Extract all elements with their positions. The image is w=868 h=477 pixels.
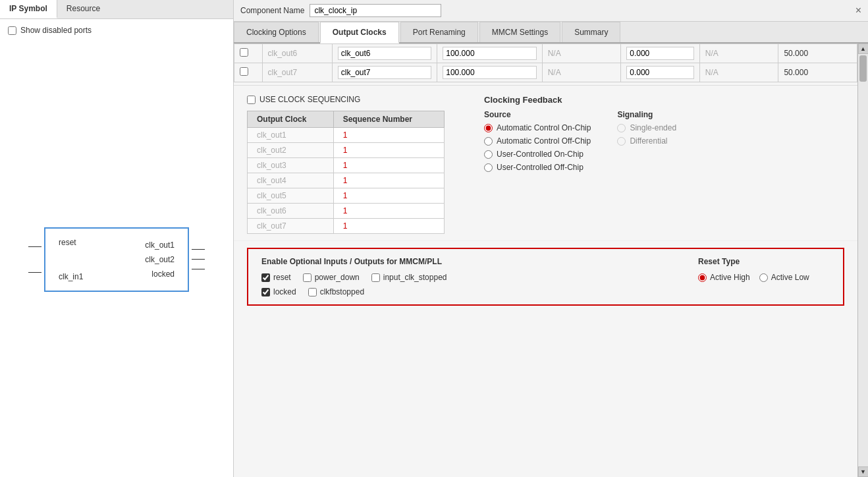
cf-signaling-col: Signaling Single-ended Differential <box>617 110 676 172</box>
enable-right: Reset Type Active High Active Low <box>698 257 830 296</box>
divider1 <box>234 85 857 86</box>
power-down-checkbox[interactable] <box>303 273 312 282</box>
clkout7-duty-na: N/A <box>699 63 778 82</box>
seq-header-num: Sequence Number <box>333 111 444 128</box>
reset-low-label: Active Low <box>771 273 809 282</box>
close-button[interactable]: × <box>855 5 861 16</box>
ip-block: reset clk_in1 clk_out1 clk_out2 locked <box>44 227 189 292</box>
tab-mmcm-settings[interactable]: MMCM Settings <box>479 22 560 42</box>
tab-resource[interactable]: Resource <box>57 0 109 18</box>
clkout7-freq-input[interactable] <box>443 66 536 79</box>
scroll-thumb[interactable] <box>859 55 867 82</box>
cf-sig-radio-differential[interactable] <box>617 137 626 146</box>
locked-checkbox[interactable] <box>261 288 270 296</box>
input-clk-stopped-checkbox[interactable] <box>371 273 380 282</box>
component-name-input[interactable] <box>310 4 441 17</box>
clkout6-duty-input[interactable] <box>626 47 694 60</box>
seq-row-3: clk_out4 1 <box>248 173 445 188</box>
clkout6-name-input[interactable] <box>338 47 431 60</box>
clkfbstopped-checkbox[interactable] <box>308 288 317 296</box>
clkout1-port-label: clk_out1 <box>145 240 175 250</box>
reset-wire-left <box>28 246 41 247</box>
left-panel: IP Symbol Resource Show disabled ports r… <box>0 0 234 477</box>
content-inner: clk_out6 N/A N/A 50.000 clk_out7 N/A <box>234 43 857 477</box>
clkout7-checkbox[interactable] <box>240 67 248 76</box>
tab-port-renaming[interactable]: Port Renaming <box>400 22 478 42</box>
table-row-clkout6: clk_out6 N/A N/A 50.000 <box>234 44 857 63</box>
enable-row-0: reset power_down input_clk_stopped <box>261 273 659 282</box>
reset-high-radio[interactable] <box>698 273 707 282</box>
seq-row-0: clk_out1 1 <box>248 128 445 143</box>
seq-num-1: 1 <box>333 143 444 158</box>
clock-seq-section: USE CLOCK SEQUENCING Output Clock Sequen… <box>234 88 857 241</box>
cf-option-user-on-chip: User-Controlled On-Chip <box>484 150 591 159</box>
reset-checkbox[interactable] <box>261 273 270 282</box>
enable-title: Enable Optional Inputs / Outputs for MMC… <box>261 257 659 266</box>
cf-auto-on-chip-label: Automatic Control On-Chip <box>497 123 591 132</box>
use-clock-seq-label: USE CLOCK SEQUENCING <box>259 95 360 104</box>
tab-output-clocks[interactable]: Output Clocks <box>320 22 399 43</box>
tab-summary[interactable]: Summary <box>562 22 620 42</box>
seq-num-5: 1 <box>333 204 444 219</box>
seq-num-2: 1 <box>333 158 444 173</box>
enable-section: Enable Optional Inputs / Outputs for MMC… <box>247 248 844 306</box>
tab-ip-symbol[interactable]: IP Symbol <box>0 0 57 18</box>
seq-clock-0: clk_out1 <box>248 128 334 143</box>
enable-input-clk-stopped: input_clk_stopped <box>371 273 447 282</box>
seq-clock-1: clk_out2 <box>248 143 334 158</box>
cf-sig-differential: Differential <box>617 136 676 146</box>
cf-options: Automatic Control On-Chip Automatic Cont… <box>484 123 591 172</box>
scroll-up-button[interactable]: ▲ <box>858 43 869 54</box>
clkout2-port-label: clk_out2 <box>145 255 175 264</box>
left-tabs: IP Symbol Resource <box>0 0 233 19</box>
enable-locked: locked <box>261 287 296 296</box>
cf-radio-auto-on-chip[interactable] <box>484 124 493 132</box>
enable-left: Enable Optional Inputs / Outputs for MMC… <box>261 257 659 296</box>
seq-num-3: 1 <box>333 173 444 188</box>
tabs-bar: Clocking Options Output Clocks Port Rena… <box>234 22 868 43</box>
tab-clocking-options[interactable]: Clocking Options <box>234 22 319 42</box>
clkout1-wire-right <box>192 249 205 250</box>
clkout6-freq-input[interactable] <box>443 47 536 60</box>
show-disabled-label: Show disabled ports <box>20 26 92 35</box>
seq-num-0: 1 <box>333 128 444 143</box>
enable-reset: reset <box>261 273 291 282</box>
seq-clock-4: clk_out5 <box>248 188 334 204</box>
cf-signaling-label: Signaling <box>617 110 676 119</box>
cf-signaling-options: Single-ended Differential <box>617 123 676 146</box>
table-row-clkout7: clk_out7 N/A N/A 50.000 <box>234 63 857 82</box>
locked-label: locked <box>273 287 296 296</box>
cf-option-auto-on-chip: Automatic Control On-Chip <box>484 123 591 132</box>
cf-radio-auto-off-chip[interactable] <box>484 137 493 146</box>
clkout6-duty-na: N/A <box>699 44 778 63</box>
cf-row: Source Automatic Control On-Chip Automat… <box>484 110 844 172</box>
seq-clock-5: clk_out6 <box>248 204 334 219</box>
cf-radio-user-off-chip[interactable] <box>484 163 493 172</box>
clkout7-name-input[interactable] <box>338 66 431 79</box>
clkout7-name: clk_out7 <box>262 63 332 82</box>
cf-user-on-chip-label: User-Controlled On-Chip <box>497 150 583 159</box>
seq-clock-3: clk_out4 <box>248 173 334 188</box>
cf-sig-radio-single[interactable] <box>617 124 626 132</box>
scroll-down-button[interactable]: ▼ <box>858 466 869 477</box>
seq-num-6: 1 <box>333 219 444 234</box>
cf-source-label: Source <box>484 110 591 119</box>
locked-port-label: locked <box>151 269 175 279</box>
output-clocks-table: clk_out6 N/A N/A 50.000 clk_out7 N/A <box>234 43 857 82</box>
cf-option-auto-off-chip: Automatic Control Off-Chip <box>484 136 591 146</box>
show-disabled-row: Show disabled ports <box>0 19 233 42</box>
use-clock-seq-row: USE CLOCK SEQUENCING <box>247 95 445 104</box>
reset-label: reset <box>273 273 291 282</box>
seq-row-2: clk_out3 1 <box>248 158 445 173</box>
cf-radio-user-on-chip[interactable] <box>484 150 493 159</box>
use-clock-seq-checkbox[interactable] <box>247 96 256 104</box>
clkfbstopped-label: clkfbstopped <box>320 287 364 296</box>
reset-low-radio[interactable] <box>759 273 768 282</box>
seq-row-5: clk_out6 1 <box>248 204 445 219</box>
component-name-bar: Component Name × <box>234 0 868 22</box>
vertical-scrollbar: ▲ ▼ <box>857 43 868 477</box>
show-disabled-checkbox[interactable] <box>8 26 16 35</box>
enable-power-down: power_down <box>303 273 360 282</box>
clkout7-duty-input[interactable] <box>626 66 694 79</box>
clkout6-checkbox[interactable] <box>240 48 248 57</box>
